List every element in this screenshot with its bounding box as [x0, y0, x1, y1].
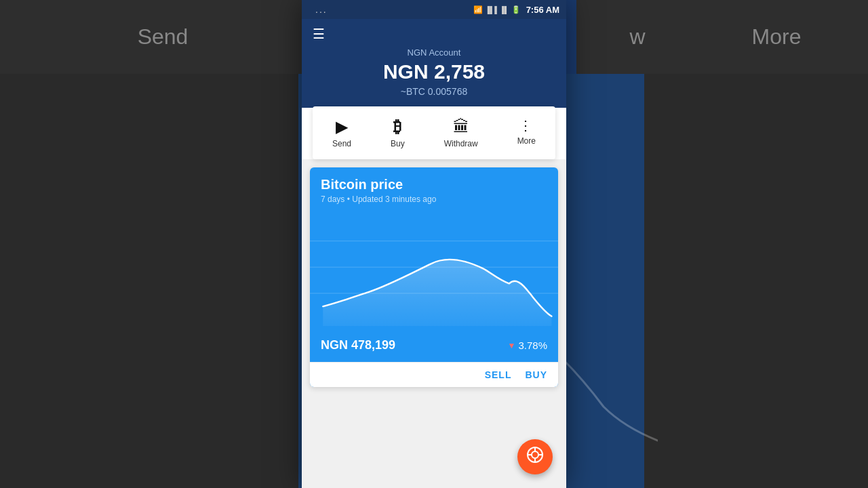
status-bar: ... 📶 ▐▌▌▐▌ 🔋 7:56 AM	[302, 0, 566, 19]
price-change: ▼ 3.78%	[508, 340, 547, 351]
send-action[interactable]: ▶ Send	[323, 113, 361, 152]
send-label: Send	[332, 139, 351, 148]
withdraw-label: Withdraw	[444, 139, 478, 148]
signal-icon: ▐▌▌▐▌	[485, 6, 509, 14]
status-dots: ...	[315, 4, 328, 15]
action-bar: ▶ Send ₿ Buy 🏛 Withdraw ⋮ More	[313, 106, 555, 159]
svg-point-1	[532, 451, 538, 458]
card-header: Bitcoin price 7 days • Updated 3 minutes…	[310, 167, 558, 209]
card-subtitle: 7 days • Updated 3 minutes ago	[321, 195, 547, 204]
main-content: Bitcoin price 7 days • Updated 3 minutes…	[302, 159, 566, 488]
chart-svg	[310, 215, 558, 326]
price-change-value: 3.78%	[518, 340, 547, 351]
more-action[interactable]: ⋮ More	[508, 113, 545, 152]
sim-icon: 📶	[473, 5, 483, 14]
card-title: Bitcoin price	[321, 177, 547, 192]
camera-icon	[526, 446, 544, 468]
account-label: NGN Account	[313, 47, 555, 58]
withdraw-action[interactable]: 🏛 Withdraw	[435, 113, 488, 152]
balance-amount: NGN 2,758	[313, 60, 555, 83]
bg-more-label: More	[752, 24, 802, 49]
buy-action[interactable]: ₿ Buy	[381, 113, 414, 152]
down-arrow-icon: ▼	[508, 341, 516, 350]
send-icon: ▶	[336, 117, 348, 136]
phone-frame: ... 📶 ▐▌▌▐▌ 🔋 7:56 AM ☰ NGN Account NGN …	[302, 0, 566, 488]
price-footer: NGN 478,199 ▼ 3.78%	[310, 331, 558, 362]
hamburger-menu[interactable]: ☰	[313, 26, 555, 42]
camera-svg	[526, 446, 544, 464]
battery-icon: 🔋	[511, 5, 521, 14]
bitcoin-price-card: Bitcoin price 7 days • Updated 3 minutes…	[310, 167, 558, 387]
bank-icon: 🏛	[453, 117, 469, 136]
sell-button[interactable]: SELL	[485, 369, 512, 380]
fab-button[interactable]	[517, 439, 553, 474]
bitcoin-icon: ₿	[393, 117, 401, 136]
status-time: 7:56 AM	[526, 5, 559, 15]
chart-fill	[323, 260, 551, 326]
btc-balance: ~BTC 0.005768	[313, 86, 555, 97]
bg-left-panel	[0, 74, 298, 488]
bg-send-label: Send	[138, 24, 189, 49]
current-price: NGN 478,199	[321, 338, 395, 352]
price-chart	[310, 209, 558, 331]
buy-label: Buy	[391, 139, 405, 148]
app-header: ☰ NGN Account NGN 2,758 ~BTC 0.005768	[302, 19, 566, 108]
status-icons: 📶 ▐▌▌▐▌ 🔋	[473, 5, 520, 14]
more-icon: ⋮	[519, 117, 534, 134]
more-label: More	[517, 136, 536, 146]
trade-buttons: SELL BUY	[310, 362, 558, 387]
bg-withdraw-label: w	[629, 24, 645, 49]
status-right: 📶 ▐▌▌▐▌ 🔋 7:56 AM	[473, 5, 559, 15]
buy-button[interactable]: BUY	[525, 369, 547, 380]
bg-right-panel	[644, 74, 868, 488]
